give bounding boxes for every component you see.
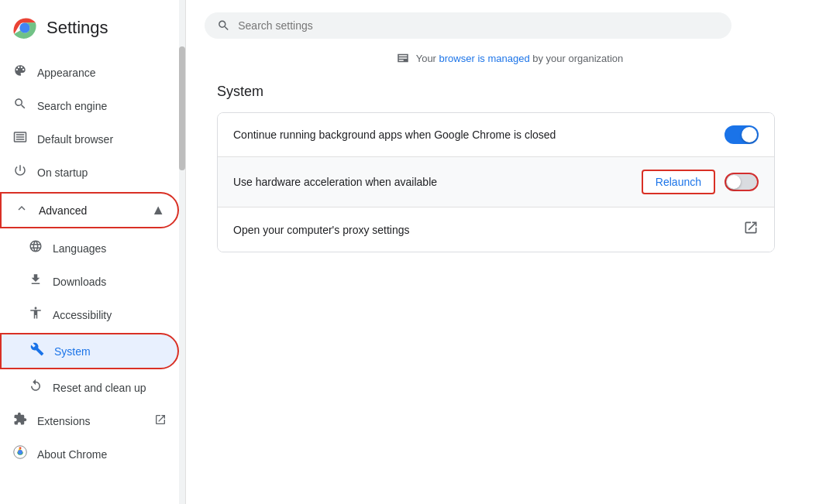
- sidebar-item-about[interactable]: About Chrome: [0, 437, 179, 471]
- default-browser-label: Default browser: [37, 133, 167, 146]
- hardware-acceleration-toggle[interactable]: [725, 173, 759, 191]
- toggle-thumb-hw: [727, 175, 741, 189]
- settings-card: Continue running background apps when Go…: [217, 112, 775, 252]
- managed-icon: [396, 51, 410, 65]
- languages-label: Languages: [53, 242, 167, 255]
- background-apps-toggle[interactable]: [725, 125, 759, 144]
- managed-text: Your browser is managed by your organiza…: [416, 53, 624, 64]
- sidebar-item-system[interactable]: System: [0, 333, 179, 369]
- sidebar-item-extensions[interactable]: Extensions: [0, 404, 179, 437]
- svg-point-1: [19, 22, 29, 33]
- background-apps-row: Continue running background apps when Go…: [218, 113, 774, 157]
- background-apps-label: Continue running background apps when Go…: [233, 129, 725, 141]
- app-title: Settings: [46, 18, 108, 38]
- appearance-label: Appearance: [37, 67, 167, 79]
- managed-link[interactable]: browser is managed: [439, 53, 530, 64]
- relaunch-button[interactable]: Relaunch: [642, 170, 715, 194]
- advanced-subitems: Languages Downloads Accessibility System: [0, 231, 185, 404]
- toggle-thumb: [742, 127, 757, 142]
- content-area: System Continue running background apps …: [186, 71, 806, 283]
- sidebar-item-search-engine[interactable]: Search engine: [0, 89, 179, 122]
- about-label: About Chrome: [37, 448, 167, 461]
- sidebar-item-default-browser[interactable]: Default browser: [0, 122, 179, 156]
- hardware-acceleration-actions: Relaunch: [642, 170, 759, 194]
- search-engine-icon: [12, 97, 28, 115]
- scrollbar-track: [179, 0, 185, 504]
- default-browser-icon: [12, 130, 28, 148]
- extensions-label: Extensions: [37, 415, 145, 427]
- sidebar-item-advanced[interactable]: Advanced ▲: [0, 192, 179, 228]
- scrollbar-thumb[interactable]: [179, 46, 185, 170]
- downloads-label: Downloads: [53, 276, 167, 288]
- extensions-external-icon: [154, 413, 167, 428]
- svg-point-5: [18, 450, 22, 454]
- search-wrapper: [186, 0, 833, 45]
- advanced-icon: [14, 201, 29, 219]
- sidebar: Settings Appearance Search engine Defaul…: [0, 0, 186, 504]
- background-apps-actions: [725, 125, 759, 144]
- search-engine-label: Search engine: [37, 100, 167, 112]
- about-icon: [12, 445, 28, 463]
- languages-icon: [28, 239, 43, 257]
- downloads-icon: [28, 273, 43, 290]
- proxy-settings-actions: [743, 220, 759, 239]
- proxy-external-icon: [743, 220, 759, 239]
- advanced-arrow-icon: ▲: [151, 202, 165, 218]
- sidebar-header: Settings: [0, 6, 185, 56]
- managed-banner: Your browser is managed by your organiza…: [186, 45, 833, 71]
- sidebar-item-downloads[interactable]: Downloads: [0, 265, 179, 298]
- search-input[interactable]: [238, 19, 719, 32]
- chrome-logo-icon: [12, 15, 37, 40]
- sidebar-item-reset[interactable]: Reset and clean up: [0, 371, 179, 404]
- accessibility-icon: [28, 306, 43, 324]
- sidebar-item-appearance[interactable]: Appearance: [0, 56, 179, 89]
- search-icon: [217, 19, 230, 33]
- sidebar-item-accessibility[interactable]: Accessibility: [0, 298, 179, 331]
- hardware-acceleration-label: Use hardware acceleration when available: [233, 176, 642, 188]
- system-label: System: [54, 345, 165, 358]
- section-title: System: [217, 84, 775, 100]
- on-startup-icon: [12, 163, 28, 181]
- advanced-label: Advanced: [39, 204, 142, 217]
- reset-icon: [28, 379, 43, 396]
- extensions-icon: [12, 412, 28, 430]
- appearance-icon: [12, 63, 28, 81]
- proxy-settings-row[interactable]: Open your computer's proxy settings: [218, 207, 774, 252]
- hardware-acceleration-row: Use hardware acceleration when available…: [218, 157, 774, 207]
- accessibility-label: Accessibility: [53, 309, 167, 321]
- search-bar[interactable]: [205, 12, 731, 39]
- main-content: Your browser is managed by your organiza…: [186, 0, 833, 504]
- reset-label: Reset and clean up: [53, 382, 167, 394]
- on-startup-label: On startup: [37, 166, 167, 179]
- proxy-settings-label: Open your computer's proxy settings: [233, 224, 743, 236]
- sidebar-item-on-startup[interactable]: On startup: [0, 156, 179, 189]
- sidebar-item-languages[interactable]: Languages: [0, 231, 179, 265]
- system-icon: [29, 342, 45, 360]
